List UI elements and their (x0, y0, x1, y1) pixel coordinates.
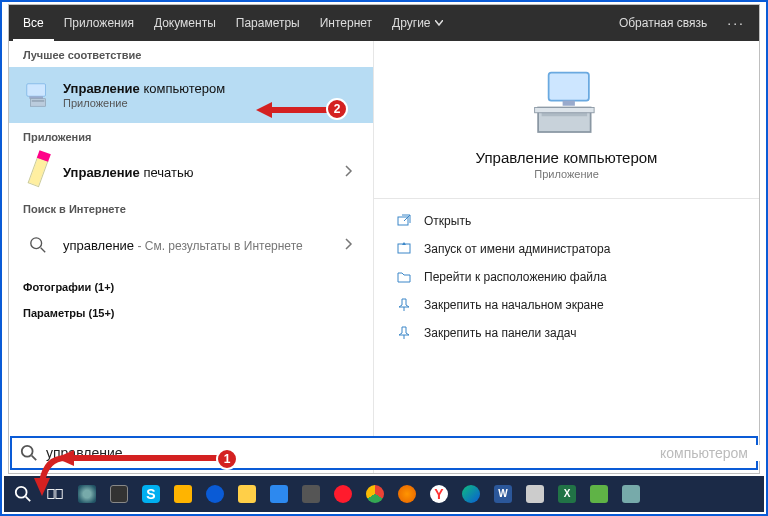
annotation-badge-1: 1 (216, 448, 238, 470)
svg-point-15 (16, 487, 27, 498)
svg-marker-22 (56, 450, 74, 466)
tab-documents[interactable]: Документы (144, 5, 226, 41)
result-title: Управление компьютером (63, 81, 359, 96)
chrome-icon[interactable] (362, 481, 388, 507)
action-pin-start[interactable]: Закрепить на начальном экране (374, 291, 759, 319)
action-file-location[interactable]: Перейти к расположению файла (374, 263, 759, 291)
file-explorer-icon[interactable] (234, 481, 260, 507)
taskbar-app-4[interactable] (266, 481, 292, 507)
result-internet-search[interactable]: управление - См. результаты в Интернете (9, 221, 373, 269)
action-open[interactable]: Открыть (374, 207, 759, 235)
computer-management-icon (23, 80, 53, 110)
folder-icon (396, 269, 412, 285)
open-icon (396, 213, 412, 229)
action-label: Запуск от имени администратора (424, 242, 610, 256)
photos-group[interactable]: Фотографии (1+) (9, 269, 373, 299)
tab-settings[interactable]: Параметры (226, 5, 310, 41)
feedback-link[interactable]: Обратная связь (609, 16, 717, 30)
windows-search-panel: Все Приложения Документы Параметры Интер… (8, 4, 760, 474)
apps-header: Приложения (9, 123, 373, 149)
print-management-icon (23, 157, 53, 187)
preview-app-icon (527, 69, 607, 139)
pin-start-icon (396, 297, 412, 313)
result-title: Управление печатью (63, 165, 339, 180)
preview-subtitle: Приложение (374, 168, 759, 180)
action-label: Перейти к расположению файла (424, 270, 607, 284)
svg-point-4 (31, 238, 42, 249)
svg-rect-10 (534, 108, 594, 113)
annotation-badge-2: 2 (326, 98, 348, 120)
taskbar-app-6[interactable] (522, 481, 548, 507)
action-pin-taskbar[interactable]: Закрепить на панели задач (374, 319, 759, 347)
result-print-management[interactable]: Управление печатью (9, 149, 373, 195)
search-icon (23, 230, 53, 260)
word-icon[interactable]: W (490, 481, 516, 507)
excel-icon[interactable]: X (554, 481, 580, 507)
svg-rect-6 (548, 73, 588, 101)
best-match-header: Лучшее соответствие (9, 41, 373, 67)
svg-rect-2 (31, 99, 46, 107)
more-options-button[interactable]: ··· (717, 15, 755, 31)
action-label: Открыть (424, 214, 471, 228)
settings-group[interactable]: Параметры (15+) (9, 299, 373, 325)
svg-marker-20 (256, 102, 272, 118)
action-label: Закрепить на начальном экране (424, 298, 604, 312)
admin-icon (396, 241, 412, 257)
preview-column: Управление компьютером Приложение Открыт… (374, 41, 759, 473)
svg-marker-21 (34, 478, 50, 496)
svg-rect-3 (32, 100, 45, 102)
tab-all[interactable]: Все (13, 5, 54, 41)
svg-rect-1 (29, 96, 43, 99)
annotation-arrow-2 (254, 98, 334, 122)
taskbar-app-5[interactable] (298, 481, 324, 507)
preview-header: Управление компьютером Приложение (374, 51, 759, 190)
action-run-admin[interactable]: Запуск от имени администратора (374, 235, 759, 263)
svg-line-5 (41, 248, 46, 253)
taskbar-app-8[interactable] (618, 481, 644, 507)
pin-taskbar-icon (396, 325, 412, 341)
internet-search-header: Поиск в Интернете (9, 195, 373, 221)
chevron-right-icon[interactable] (339, 165, 359, 180)
firefox-icon[interactable] (394, 481, 420, 507)
preview-title: Управление компьютером (374, 149, 759, 166)
internet-query: управление - См. результаты в Интернете (63, 238, 339, 253)
chevron-down-icon (435, 20, 443, 26)
action-label: Закрепить на панели задач (424, 326, 576, 340)
search-tabs: Все Приложения Документы Параметры Интер… (9, 5, 759, 41)
svg-rect-0 (27, 84, 46, 97)
edge-dev-icon[interactable] (458, 481, 484, 507)
chevron-right-icon[interactable] (339, 238, 359, 253)
tab-more[interactable]: Другие (382, 5, 452, 41)
tab-internet[interactable]: Интернет (310, 5, 382, 41)
svg-rect-7 (562, 101, 574, 106)
opera-icon[interactable] (330, 481, 356, 507)
search-body: Лучшее соответствие Управление компьютер… (9, 41, 759, 473)
svg-rect-12 (398, 244, 410, 253)
divider (374, 198, 759, 199)
annotation-arrow-1 (26, 450, 226, 500)
yandex-icon[interactable]: Y (426, 481, 452, 507)
tab-more-label: Другие (392, 5, 430, 41)
tab-apps[interactable]: Приложения (54, 5, 144, 41)
taskbar-app-7[interactable] (586, 481, 612, 507)
